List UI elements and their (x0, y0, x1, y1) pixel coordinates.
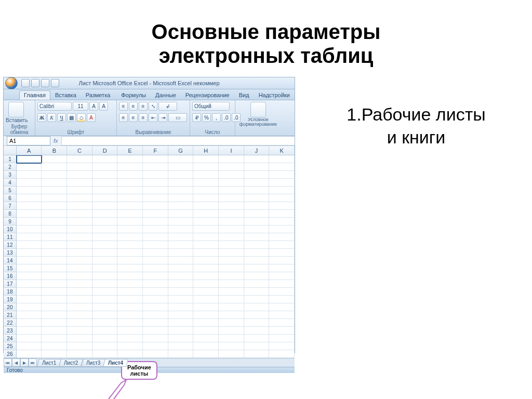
ribbon-tab[interactable]: Разметка страницы (81, 90, 116, 100)
cell[interactable] (168, 288, 194, 296)
align-center-button[interactable]: ≡ (129, 113, 138, 122)
cell[interactable] (92, 155, 118, 163)
cell[interactable] (42, 288, 67, 296)
row-header[interactable]: 1 (4, 155, 17, 163)
cell[interactable] (269, 218, 295, 225)
cell[interactable] (269, 187, 295, 194)
cell[interactable] (193, 335, 219, 342)
cell[interactable] (244, 350, 270, 358)
cell[interactable] (143, 194, 168, 202)
cell[interactable] (244, 288, 270, 296)
cell[interactable] (92, 241, 118, 249)
cell[interactable] (117, 335, 143, 342)
cell[interactable] (92, 225, 118, 233)
column-header[interactable]: C (67, 146, 92, 155)
cell[interactable] (17, 179, 42, 187)
ribbon-tab[interactable]: Данные (151, 90, 181, 100)
cell[interactable] (193, 179, 219, 187)
cell[interactable] (42, 163, 67, 171)
cell[interactable] (168, 280, 194, 288)
cell[interactable] (143, 264, 168, 272)
cell[interactable] (92, 233, 118, 241)
cell[interactable] (244, 249, 270, 257)
cell[interactable] (168, 233, 194, 241)
cell[interactable] (219, 342, 244, 350)
cell[interactable] (117, 272, 143, 280)
cell[interactable] (17, 311, 42, 319)
cell[interactable] (143, 303, 168, 311)
row-header[interactable]: 26 (4, 350, 17, 358)
cell[interactable] (42, 249, 67, 257)
cell[interactable] (193, 272, 219, 280)
cell[interactable] (67, 288, 92, 296)
cell[interactable] (67, 171, 92, 179)
cell[interactable] (269, 155, 295, 163)
cell[interactable] (269, 257, 295, 264)
column-header[interactable]: D (92, 146, 118, 155)
cell[interactable] (168, 249, 194, 257)
row-header[interactable]: 12 (4, 241, 17, 249)
cell[interactable] (168, 163, 194, 171)
cell[interactable] (143, 249, 168, 257)
column-header[interactable]: B (42, 146, 67, 155)
ribbon-tab[interactable]: Вид (234, 90, 254, 100)
cell[interactable] (42, 225, 67, 233)
cell[interactable] (244, 327, 270, 335)
cell[interactable] (168, 327, 194, 335)
cell[interactable] (17, 249, 42, 257)
cell[interactable] (193, 288, 219, 296)
cell[interactable] (193, 210, 219, 218)
cell[interactable] (219, 264, 244, 272)
cell[interactable] (219, 163, 244, 171)
align-right-button[interactable]: ≡ (139, 113, 148, 122)
sheet-tab[interactable]: Лист3 (81, 359, 105, 367)
ribbon-tab[interactable]: Вставка (50, 90, 81, 100)
cell[interactable] (219, 210, 244, 218)
cell[interactable] (117, 210, 143, 218)
cell[interactable] (42, 342, 67, 350)
wrap-text-button[interactable]: ↲ (158, 102, 177, 111)
column-header[interactable]: K (269, 146, 295, 155)
cell[interactable] (92, 218, 118, 225)
cell[interactable] (219, 303, 244, 311)
cell[interactable] (193, 319, 219, 327)
cell[interactable] (244, 218, 270, 225)
cell[interactable] (17, 335, 42, 342)
cell[interactable] (67, 327, 92, 335)
cell[interactable] (244, 335, 270, 342)
cell[interactable] (42, 335, 67, 342)
underline-button[interactable]: Ч (57, 113, 66, 122)
cell[interactable] (17, 264, 42, 272)
cell[interactable] (117, 319, 143, 327)
cell[interactable] (219, 202, 244, 210)
cell[interactable] (67, 210, 92, 218)
cell[interactable] (92, 296, 118, 303)
cell[interactable] (269, 163, 295, 171)
cell[interactable] (244, 280, 270, 288)
cell[interactable] (244, 202, 270, 210)
cell[interactable] (42, 319, 67, 327)
cell[interactable] (92, 303, 118, 311)
percent-button[interactable]: % (202, 113, 211, 122)
cell[interactable] (92, 319, 118, 327)
cell[interactable] (42, 303, 67, 311)
cell[interactable] (92, 311, 118, 319)
cell[interactable] (168, 311, 194, 319)
cell[interactable] (193, 233, 219, 241)
cell[interactable] (117, 303, 143, 311)
cell[interactable] (244, 194, 270, 202)
cell[interactable] (193, 163, 219, 171)
cell[interactable] (117, 342, 143, 350)
cell[interactable] (219, 233, 244, 241)
formula-input[interactable] (61, 136, 295, 145)
align-top-button[interactable]: ≡ (119, 102, 128, 111)
cell[interactable] (143, 163, 168, 171)
cell[interactable] (193, 241, 219, 249)
cell[interactable] (193, 249, 219, 257)
cell[interactable] (143, 210, 168, 218)
cell[interactable] (143, 187, 168, 194)
font-name-selector[interactable]: Calibri (37, 102, 72, 111)
cell[interactable] (193, 171, 219, 179)
cell[interactable] (117, 187, 143, 194)
cell[interactable] (219, 171, 244, 179)
